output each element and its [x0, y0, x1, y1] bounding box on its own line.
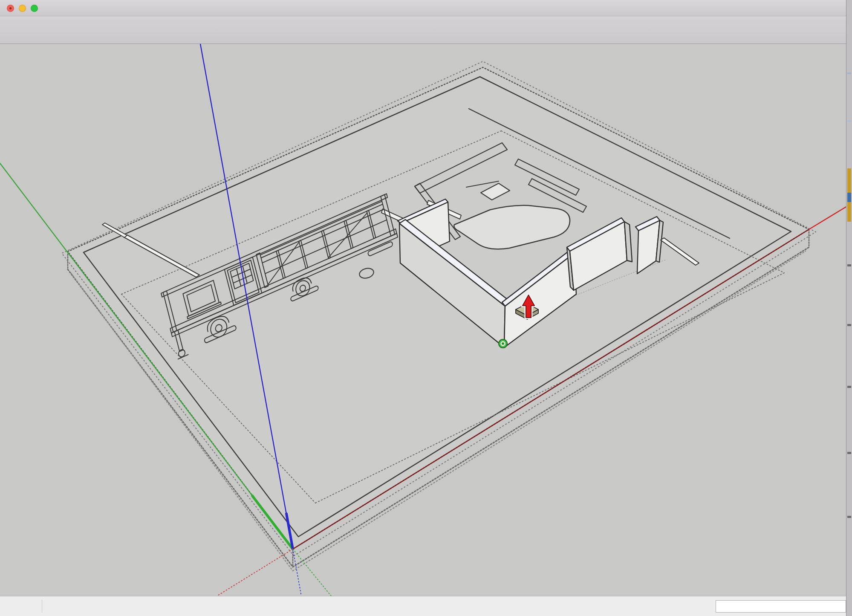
geolocation-icon[interactable] — [6, 599, 20, 613]
sketchup-window — [0, 0, 852, 616]
status-bar — [0, 596, 852, 616]
minimize-button[interactable] — [19, 5, 26, 12]
scene-canvas — [0, 44, 852, 596]
title-bar[interactable] — [0, 0, 852, 16]
status-divider — [42, 600, 42, 613]
background-window-sliver[interactable] — [846, 0, 852, 616]
zoom-button[interactable] — [31, 5, 38, 12]
model-viewport[interactable] — [0, 44, 852, 596]
distance-input[interactable] — [716, 600, 846, 613]
help-icon[interactable] — [46, 599, 60, 613]
main-toolbar — [0, 16, 852, 44]
edge-inference-marker — [499, 339, 507, 348]
claim-credit-icon[interactable] — [23, 599, 37, 613]
green-axis-negative — [293, 549, 331, 596]
close-button[interactable] — [7, 5, 14, 12]
blue-axis-negative — [293, 549, 301, 596]
measurement-box — [711, 600, 846, 613]
traffic-lights — [7, 0, 38, 16]
site-slab[interactable] — [62, 61, 816, 571]
